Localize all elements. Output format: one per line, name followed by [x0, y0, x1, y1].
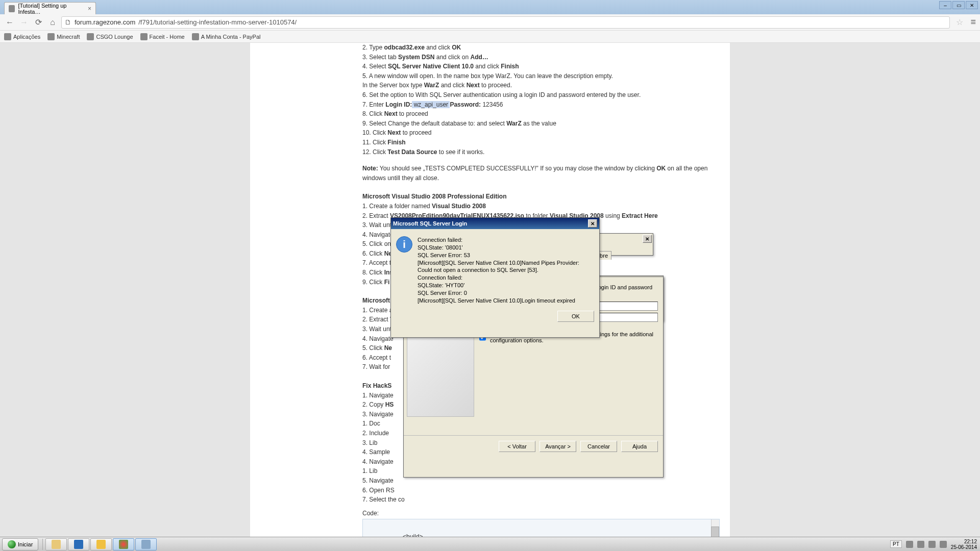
- cancel-button[interactable]: Cancelar: [580, 441, 617, 452]
- info-icon: i: [396, 236, 412, 253]
- scrollbar-thumb[interactable]: [711, 527, 719, 537]
- start-button[interactable]: Iniciar: [2, 538, 38, 550]
- taskbar-item-powershell[interactable]: [68, 538, 89, 550]
- chrome-icon: [119, 540, 128, 549]
- menu-icon[interactable]: ≡: [970, 17, 976, 28]
- clock-date: 25-06-2014: [951, 544, 977, 550]
- bookmark-icon: [140, 33, 148, 40]
- language-indicator[interactable]: PT: [890, 540, 902, 548]
- clock-time: 22:12: [951, 539, 977, 544]
- code-label: Code:: [362, 509, 720, 518]
- window-maximize-button[interactable]: ▭: [952, 1, 965, 9]
- dialog-titlebar[interactable]: Microsoft SQL Server Login ✕: [391, 218, 599, 229]
- tray-icon[interactable]: [940, 541, 947, 548]
- taskbar: Iniciar PT 22:12 25-06-2014: [0, 537, 980, 551]
- folder-icon: [96, 540, 106, 549]
- back-button[interactable]: ←: [4, 17, 15, 28]
- scrollbar[interactable]: [711, 519, 719, 537]
- odbc-icon: [141, 540, 151, 549]
- taskbar-item-chrome[interactable]: [113, 538, 134, 550]
- bookmark-star-icon[interactable]: ☆: [956, 17, 963, 27]
- tab-title: [Tutorial] Setting up Infesta…: [18, 3, 83, 15]
- reload-button[interactable]: ⟳: [33, 17, 44, 28]
- powershell-icon: [74, 540, 83, 549]
- taskbar-item-explorer[interactable]: [45, 538, 67, 550]
- apps-button[interactable]: Aplicações: [4, 33, 40, 40]
- ok-button[interactable]: OK: [557, 311, 594, 322]
- start-orb-icon: [8, 540, 16, 548]
- url-path: /f791/tutorial-setting-infestation-mmo-s…: [138, 18, 297, 26]
- bookmark-icon: [47, 33, 55, 40]
- bookmark-minecraft[interactable]: Minecraft: [47, 33, 80, 40]
- bookmark-paypal[interactable]: A Minha Conta - PayPal: [192, 33, 261, 40]
- apps-icon: [4, 33, 11, 40]
- code-text: <build> <output d <cdn url="http://127.0…: [366, 533, 497, 537]
- bookmarks-bar: Aplicações Minecraft CSGO Lounge Faceit …: [0, 31, 980, 43]
- page-icon: 🗋: [65, 18, 71, 26]
- bookmark-csgo[interactable]: CSGO Lounge: [87, 33, 133, 40]
- next-button[interactable]: Avançar >: [540, 441, 576, 452]
- tray-icon[interactable]: [906, 541, 913, 548]
- explorer-icon: [52, 540, 61, 549]
- tab-close-icon[interactable]: ×: [88, 5, 91, 12]
- start-label: Iniciar: [18, 541, 33, 547]
- tabstrip: [Tutorial] Setting up Infesta… × – ▭ ✕: [0, 0, 980, 14]
- wizard-buttons: < Voltar Avançar > Cancelar Ajuda: [404, 435, 663, 457]
- taskbar-item-folder[interactable]: [90, 538, 112, 550]
- error-text: Connection failed: SQLState: '08001' SQL…: [418, 236, 579, 305]
- bookmark-icon: [192, 33, 199, 40]
- home-button[interactable]: ⌂: [47, 17, 58, 28]
- url-host: forum.ragezone.com: [75, 18, 135, 26]
- back-button[interactable]: < Voltar: [499, 441, 535, 452]
- close-icon[interactable]: ✕: [588, 219, 597, 228]
- help-button[interactable]: Ajuda: [621, 441, 658, 452]
- system-tray: PT 22:12 25-06-2014: [887, 539, 980, 550]
- tray-icon[interactable]: [928, 541, 936, 548]
- browser-tab[interactable]: [Tutorial] Setting up Infesta… ×: [4, 2, 96, 14]
- url-bar[interactable]: 🗋 forum.ragezone.com/f791/tutorial-setti…: [61, 16, 950, 29]
- forward-button[interactable]: →: [18, 17, 30, 28]
- tray-icon[interactable]: [917, 541, 924, 548]
- window-close-button[interactable]: ✕: [966, 1, 978, 9]
- sql-error-dialog: Microsoft SQL Server Login ✕ i Connectio…: [390, 217, 600, 338]
- taskbar-separator: [42, 539, 43, 550]
- browser-toolbar: ← → ⟳ ⌂ 🗋 forum.ragezone.com/f791/tutori…: [0, 14, 980, 31]
- bookmark-faceit[interactable]: Faceit - Home: [140, 33, 185, 40]
- dialog-title: Microsoft SQL Server Login: [393, 220, 467, 227]
- tab-favicon: [9, 5, 15, 12]
- window-minimize-button[interactable]: –: [939, 1, 951, 9]
- code-box: <build> <output d <cdn url="http://127.0…: [362, 519, 720, 537]
- taskbar-clock[interactable]: 22:12 25-06-2014: [951, 539, 977, 550]
- bookmark-icon: [87, 33, 94, 40]
- taskbar-item-odbc[interactable]: [135, 538, 157, 550]
- close-icon[interactable]: ✕: [643, 235, 652, 243]
- window-controls: – ▭ ✕: [939, 1, 978, 9]
